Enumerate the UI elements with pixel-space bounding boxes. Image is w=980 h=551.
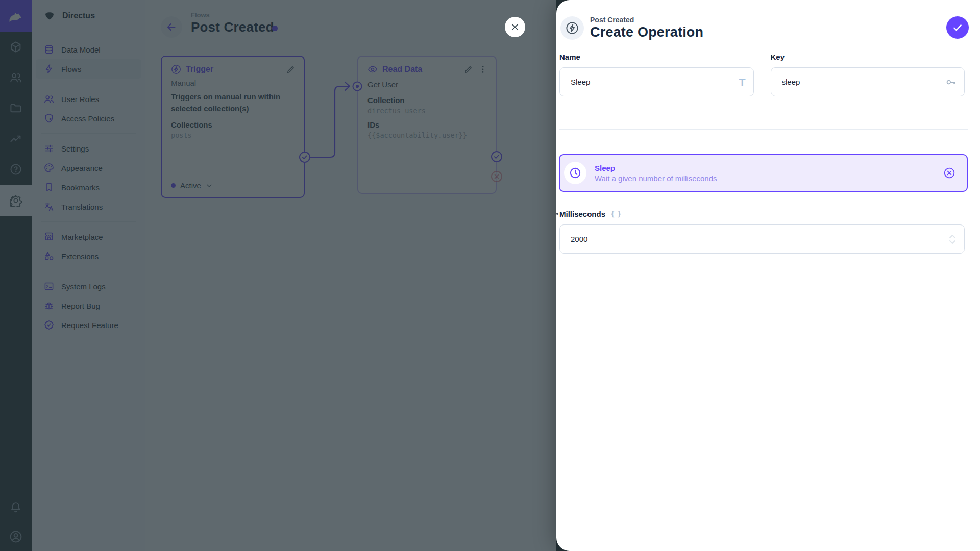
drawer-divider: [559, 129, 968, 130]
close-icon: [510, 22, 520, 32]
chevron-down-icon[interactable]: [949, 240, 956, 244]
clock-icon: [569, 167, 581, 179]
number-stepper[interactable]: [949, 234, 956, 244]
create-operation-drawer: Post Created Create Operation Name Key: [556, 0, 980, 551]
operation-avatar: [564, 162, 586, 184]
required-dot: [556, 213, 558, 215]
key-icon: [945, 77, 957, 88]
key-field-label: Key: [771, 53, 965, 61]
drawer-header: Post Created Create Operation: [560, 16, 965, 40]
milliseconds-field-group: Milliseconds: [559, 209, 965, 254]
name-field-label: Name: [559, 53, 754, 61]
name-field-group: Name: [559, 53, 754, 96]
selected-operation-description: Wait a given number of milliseconds: [595, 174, 717, 183]
remove-operation-button[interactable]: [943, 167, 955, 179]
drawer-breadcrumb: Post Created: [590, 16, 703, 24]
close-drawer-button[interactable]: [505, 17, 525, 37]
selected-operation-name: Sleep: [595, 164, 717, 172]
key-input[interactable]: [771, 67, 965, 96]
chevron-up-icon[interactable]: [949, 234, 956, 239]
drawer-header-icon-circle: [560, 16, 584, 40]
cancel-circle-icon: [943, 167, 955, 179]
title-formatter-icon: [739, 76, 746, 88]
name-input[interactable]: [559, 67, 754, 96]
selected-operation-card[interactable]: Sleep Wait a given number of millisecond…: [559, 154, 968, 192]
save-button[interactable]: [946, 16, 969, 39]
bolt-circle-icon: [566, 21, 579, 35]
raw-value-braces-icon[interactable]: [610, 209, 620, 218]
milliseconds-input[interactable]: [559, 224, 965, 254]
drawer-title: Create Operation: [590, 24, 703, 40]
milliseconds-field-label: Milliseconds: [559, 210, 605, 218]
check-icon: [952, 22, 963, 33]
key-field-group: Key: [771, 53, 965, 96]
